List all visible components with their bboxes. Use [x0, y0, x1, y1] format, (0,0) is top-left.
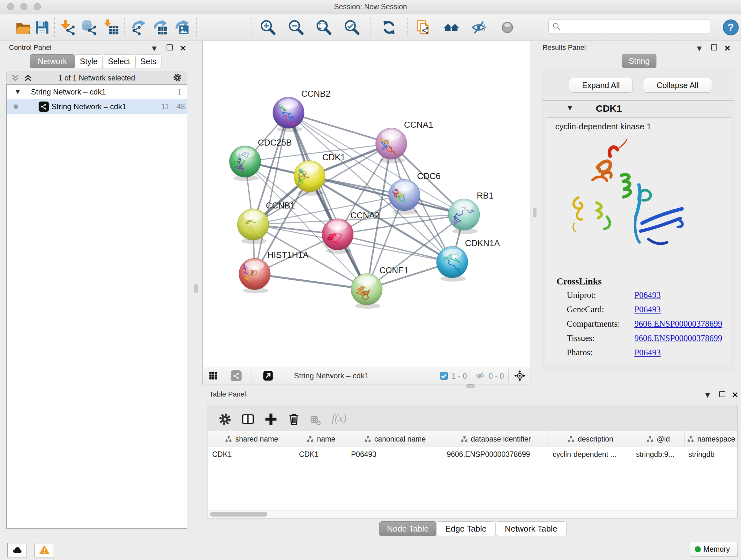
search-box[interactable]	[548, 19, 711, 34]
export-table-button[interactable]	[152, 18, 170, 37]
delete-column-icon[interactable]	[287, 412, 301, 426]
selected-checkbox-icon[interactable]	[440, 371, 448, 380]
collapse-all-button[interactable]: Collapse All	[643, 78, 712, 92]
gene-details-box: cyclin-dependent kinase 1	[546, 118, 731, 364]
warnings-button[interactable]	[35, 543, 54, 557]
column-header[interactable]: @id	[632, 431, 684, 447]
zoom-selected-button[interactable]	[343, 18, 361, 37]
column-header[interactable]: name	[295, 431, 347, 447]
add-column-icon[interactable]	[264, 412, 278, 426]
network-badge-icon[interactable]	[231, 370, 242, 381]
export-network-icon	[131, 19, 147, 36]
node-label-CCNB2: CCNB2	[301, 89, 331, 99]
crosshair-icon[interactable]	[514, 370, 526, 381]
memory-button[interactable]: Memory	[690, 542, 738, 557]
tab-string[interactable]: String	[622, 54, 657, 68]
export-image-button[interactable]	[174, 18, 192, 37]
horizontal-scrollbar[interactable]	[208, 510, 737, 518]
tab-network-table[interactable]: Network Table	[495, 521, 567, 536]
divider	[251, 369, 252, 382]
zoom-out-button[interactable]	[287, 18, 305, 37]
uniprot-link[interactable]: P06493	[634, 290, 661, 300]
column-header[interactable]: database identifier	[443, 431, 549, 447]
cell-shared-name: CDK1	[208, 450, 295, 459]
hide-selected-button[interactable]	[470, 18, 488, 37]
edge-count: 48	[177, 102, 185, 111]
node-label-CDKN1A: CDKN1A	[465, 239, 500, 248]
export-network-button[interactable]	[130, 18, 148, 37]
home-button[interactable]	[442, 18, 460, 37]
edge-CCNB2-HIST1H1A[interactable]	[255, 113, 288, 274]
table-columns-icon[interactable]	[241, 412, 255, 426]
import-table-button[interactable]	[102, 18, 120, 37]
column-header[interactable]: description	[549, 431, 632, 447]
close-panel-icon[interactable]: ×	[724, 45, 731, 50]
birdseye-icon[interactable]	[263, 370, 273, 381]
delete-table-icon	[310, 415, 321, 426]
tab-sets[interactable]: Sets	[135, 54, 161, 68]
close-panel-icon[interactable]: ×	[179, 45, 187, 50]
float-panel-icon[interactable]	[166, 44, 173, 51]
scrollbar-thumb[interactable]	[210, 512, 267, 516]
import-network-button[interactable]	[59, 18, 77, 37]
zoom-fit-button[interactable]	[315, 18, 333, 37]
column-header[interactable]: namespace	[684, 431, 737, 447]
toolbar-separator	[251, 18, 252, 37]
tissues-link[interactable]: 9606.ENSP00000378699	[634, 333, 722, 343]
homes-icon	[443, 19, 460, 36]
copy-network-button[interactable]	[414, 18, 432, 37]
selection-summary: 1 of 1 Network selected	[7, 74, 187, 82]
import-database-button[interactable]	[80, 18, 98, 37]
save-session-button[interactable]	[33, 18, 51, 37]
gene-expander-icon[interactable]: ▼	[568, 105, 572, 111]
gear-icon[interactable]	[173, 73, 182, 82]
column-header[interactable]: shared name	[208, 431, 295, 447]
edge-CCNB2-CCNE1[interactable]	[288, 113, 367, 289]
table-gear-icon[interactable]	[218, 412, 232, 426]
crosslinks-title: CrossLinks	[556, 276, 602, 287]
float-panel-icon[interactable]	[719, 391, 725, 397]
node-gloss-highlight	[357, 276, 376, 286]
tab-node-table[interactable]: Node Table	[379, 521, 436, 536]
pharos-link[interactable]: P06493	[634, 348, 661, 358]
table-row[interactable]: CDK1 CDK1 P06493 9606.ENSP00000378699 cy…	[208, 447, 737, 462]
open-session-button[interactable]	[14, 18, 32, 37]
zoom-in-button[interactable]	[259, 18, 277, 37]
import-database-icon	[81, 19, 98, 36]
network-row-selected[interactable]: String Network – cdk1 11 48	[7, 99, 187, 114]
edge-CCNB2-CCNA1[interactable]	[288, 113, 391, 144]
title-bar: Session: New Session	[0, 0, 741, 14]
tab-network[interactable]: Network	[30, 54, 75, 68]
help-button[interactable]	[722, 18, 740, 37]
search-input[interactable]	[563, 21, 708, 32]
horizontal-splitter-handle[interactable]	[466, 384, 475, 388]
expand-all-button[interactable]: Expand All	[569, 78, 633, 92]
refresh-button[interactable]	[380, 18, 398, 37]
edge-HIST1H1A-CCNE1[interactable]	[255, 274, 367, 289]
grid-view-icon[interactable]	[208, 371, 218, 380]
tab-select[interactable]: Select	[103, 54, 136, 68]
cell-id: stringdb:9...	[632, 450, 684, 459]
network-canvas[interactable]: CCNB2CCNA1CDC25BCDK1CDC6RB1CCNB1CCNA2CDK…	[203, 41, 530, 367]
collapse-panel-icon[interactable]: ▼	[705, 391, 710, 398]
vertical-splitter-handle[interactable]	[194, 284, 198, 293]
network-tree: ▼ String Network – cdk1 1 String Network…	[6, 84, 187, 529]
cloud-button[interactable]	[7, 543, 27, 557]
hidden-counts: 0 - 0	[488, 372, 504, 381]
network-collection-row[interactable]: ▼ String Network – cdk1 1	[7, 84, 187, 99]
window-title: Session: New Session	[0, 3, 741, 11]
float-panel-icon[interactable]	[711, 44, 717, 51]
collapse-panel-icon[interactable]: ▼	[697, 45, 702, 52]
node-label-CDC6: CDC6	[417, 172, 441, 181]
tab-edge-table[interactable]: Edge Table	[436, 521, 495, 536]
tab-style[interactable]: Style	[75, 54, 103, 68]
column-header[interactable]: canonical name	[347, 431, 443, 447]
collapse-panel-icon[interactable]: ▼	[152, 45, 157, 52]
tree-expander-icon[interactable]: ▼	[16, 88, 20, 95]
compartments-link[interactable]: 9606.ENSP00000378699	[634, 319, 722, 329]
close-panel-icon[interactable]: ×	[731, 392, 739, 397]
show-hidden-button[interactable]	[498, 18, 516, 37]
genecard-link[interactable]: P06493	[634, 305, 661, 314]
gene-header-row[interactable]: ▼ CDK1	[542, 101, 735, 117]
vertical-splitter-handle[interactable]	[533, 208, 536, 217]
